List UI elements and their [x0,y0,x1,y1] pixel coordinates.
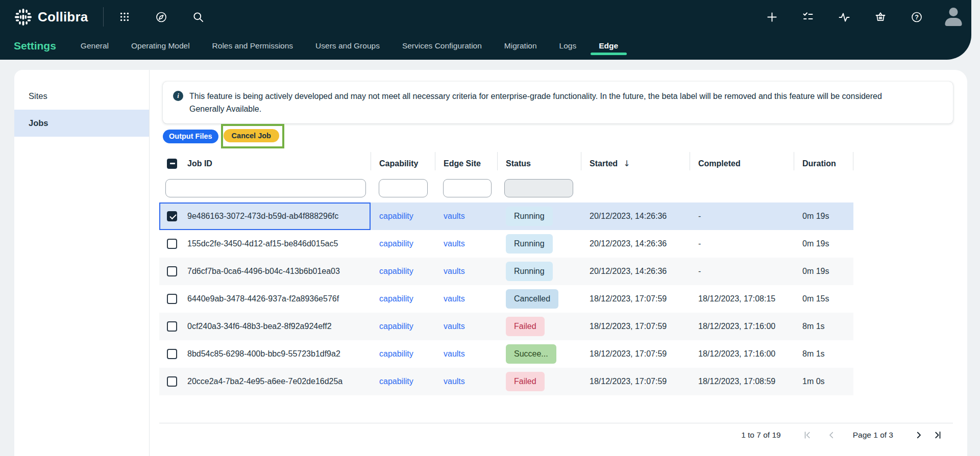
column-header-completed[interactable]: Completed [690,151,794,176]
capability-filter-input[interactable] [379,179,428,197]
select-all-checkbox[interactable] [167,159,177,169]
apps-grid-icon[interactable] [118,11,131,23]
activity-icon[interactable] [838,11,850,23]
beta-banner-text: This feature is being actively developed… [189,90,896,115]
edge-site-filter-input[interactable] [443,179,492,197]
settings-tab[interactable]: Services Configuration [402,34,482,58]
job-id-text: 8bd54c85-6298-400b-bbc9-55723b1df9a2 [187,349,340,359]
job-id-filter-input[interactable] [165,179,366,197]
pagination-bar: 1 to 7 of 19 Page 1 of 3 [159,423,953,447]
job-row[interactable]: 20cce2a4-7ba2-4e95-a6ee-7e02de16d25a cap… [159,368,853,395]
last-page-button[interactable] [932,429,943,441]
edge-site-link[interactable]: vaults [444,294,465,303]
column-header-job-id: Job ID [159,151,371,176]
basket-icon[interactable] [874,11,887,23]
status-badge: Running [506,234,553,254]
edge-site-link[interactable]: vaults [444,212,465,220]
capability-link[interactable]: capability [379,294,413,303]
search-icon[interactable] [192,11,204,23]
completed-cell: - [690,212,794,221]
duration-cell: 0m 15s [794,294,853,303]
first-page-button[interactable] [802,429,813,441]
duration-cell: 0m 19s [794,212,853,221]
settings-tab[interactable]: Migration [504,34,537,58]
capability-link[interactable]: capability [379,267,413,275]
capability-link[interactable]: capability [379,239,413,248]
settings-tab[interactable]: Users and Groups [315,34,380,58]
started-cell: 20/12/2023, 14:26:36 [581,212,690,221]
column-header-started[interactable]: Started↓ [581,151,690,176]
job-row[interactable]: 155dc2fe-3450-4d12-af15-be846d015ac5 cap… [159,230,853,258]
add-icon[interactable] [766,11,778,23]
edge-site-link[interactable]: vaults [444,322,465,331]
next-page-button[interactable] [913,429,924,441]
settings-tab[interactable]: Logs [559,34,577,58]
job-row[interactable]: 6440e9ab-3478-4426-937a-f2a8936e576f cap… [159,285,853,313]
main-panel: SitesJobs i This feature is being active… [14,70,967,456]
completed-cell: 18/12/2023, 17:08:59 [690,377,794,386]
row-checkbox[interactable] [167,376,177,387]
settings-tabs: GeneralOperating ModelRoles and Permissi… [81,34,618,58]
output-files-button[interactable]: Output Files [163,130,218,143]
job-row[interactable]: 8bd54c85-6298-400b-bbc9-55723b1df9a2 cap… [159,340,853,368]
edge-site-link[interactable]: vaults [444,377,465,386]
settings-tab[interactable]: Edge [599,34,618,58]
edge-site-link[interactable]: vaults [444,239,465,248]
completed-cell: - [690,239,794,248]
duration-cell: 1m 0s [794,377,853,386]
settings-tab[interactable]: Roles and Permissions [212,34,293,58]
tasks-icon[interactable] [802,11,814,23]
column-header-status[interactable]: Status [497,151,581,176]
job-row[interactable]: 7d6cf7ba-0ca6-4496-b04c-413b6b01ea03 cap… [159,258,853,285]
started-cell: 18/12/2023, 17:07:59 [581,294,690,303]
table-body: 9e486163-3072-473d-b59d-ab4f888296fc cap… [159,202,853,395]
row-checkbox[interactable] [167,294,177,304]
completed-cell: 18/12/2023, 17:16:00 [690,322,794,331]
jobs-content: i This feature is being actively develop… [150,70,967,456]
status-badge: Cancelled [506,289,558,309]
sidebar-item[interactable]: Sites [14,83,149,110]
jobs-table: Job ID Capability Edge Site Status Start… [159,151,853,395]
row-checkbox[interactable] [167,349,177,359]
settings-tab[interactable]: General [81,34,109,58]
job-row[interactable]: 9e486163-3072-473d-b59d-ab4f888296fc cap… [159,202,853,230]
column-header-capability[interactable]: Capability [371,151,435,176]
job-id-cell: 8bd54c85-6298-400b-bbc9-55723b1df9a2 [159,340,371,368]
cancel-job-button[interactable]: Cancel Job [224,129,279,142]
svg-text:?: ? [915,13,919,20]
job-row[interactable]: 0cf240a3-34f6-48b3-bea2-8f92a924eff2 cap… [159,313,853,340]
settings-tab[interactable]: Operating Model [131,34,190,58]
row-checkbox[interactable] [167,211,177,221]
capability-link[interactable]: capability [379,212,413,220]
capability-link[interactable]: capability [379,349,413,358]
status-badge: Running [506,262,553,281]
capability-link[interactable]: capability [379,322,413,331]
job-id-cell: 9e486163-3072-473d-b59d-ab4f888296fc [159,202,371,230]
table-filter-row [159,176,853,202]
previous-page-button[interactable] [826,429,837,441]
edge-site-link[interactable]: vaults [444,349,465,358]
collibra-logo-icon [14,8,33,27]
capability-link[interactable]: capability [379,377,413,386]
job-id-text: 9e486163-3072-473d-b59d-ab4f888296fc [187,212,338,221]
compass-icon[interactable] [155,11,167,23]
column-header-edge-site[interactable]: Edge Site [435,151,497,176]
status-badge: Succee... [506,344,556,364]
status-badge: Running [506,207,553,226]
row-checkbox[interactable] [167,266,177,276]
sidebar-item[interactable]: Jobs [14,110,149,137]
edge-site-link[interactable]: vaults [444,267,465,275]
row-checkbox[interactable] [167,321,177,332]
job-actions: Output Files Cancel Job [163,124,953,148]
beta-info-banner: i This feature is being actively develop… [163,82,953,123]
column-header-duration[interactable]: Duration [794,151,853,176]
collibra-brand[interactable]: Collibra [14,8,88,27]
job-id-cell: 6440e9ab-3478-4426-937a-f2a8936e576f [159,285,371,313]
row-checkbox[interactable] [167,239,177,249]
help-icon[interactable]: ? [911,11,923,23]
header-divider [103,7,104,27]
status-filter-input[interactable] [504,179,573,197]
pagination-page-label: Page 1 of 3 [853,430,893,440]
started-cell: 20/12/2023, 14:26:36 [581,239,690,248]
user-avatar[interactable] [944,7,963,27]
